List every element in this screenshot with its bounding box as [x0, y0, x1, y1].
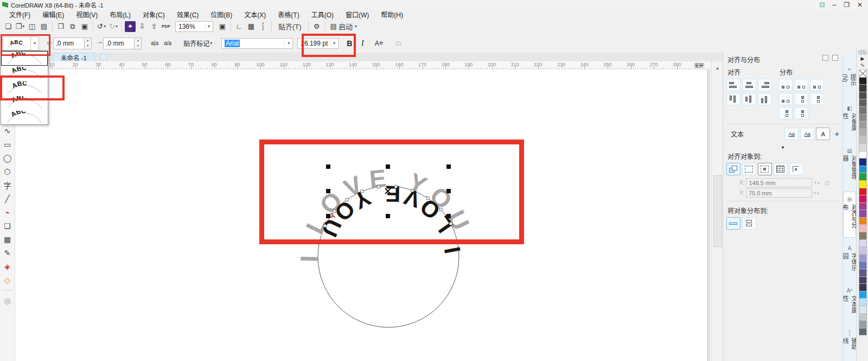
- color-swatch-21[interactable]: [859, 224, 867, 232]
- collapse-arrow[interactable]: ▲: [723, 144, 843, 149]
- rectangle-tool[interactable]: ▭: [2, 138, 14, 150]
- align-to-point-button[interactable]: [789, 163, 803, 175]
- font-size-combo[interactable]: 26.199 pt ▾: [297, 38, 339, 49]
- color-swatch-3[interactable]: [859, 92, 867, 100]
- color-swatch-18[interactable]: [859, 202, 867, 211]
- paste-button[interactable]: ▣: [79, 21, 90, 32]
- document-tab[interactable]: 未命名 -1: [53, 53, 95, 61]
- distribute-center-h-button[interactable]: [794, 79, 808, 91]
- menu-item-10[interactable]: 窗口(W): [340, 9, 375, 20]
- palette-eyedropper-icon[interactable]: ✎: [860, 62, 865, 70]
- mirror-horizontal-button[interactable]: a|a: [148, 37, 161, 50]
- color-swatch-20[interactable]: [859, 217, 867, 225]
- selection-handle[interactable]: [386, 164, 390, 169]
- interactive-openness-button[interactable]: ⬭: [392, 37, 405, 50]
- preset-item-1[interactable]: ABC: [1, 66, 48, 80]
- preset-item-2[interactable]: ABC: [1, 80, 48, 95]
- align-center-v-button[interactable]: [742, 93, 756, 105]
- open-button[interactable]: ❐▾: [15, 21, 25, 32]
- zoom-level-arrow[interactable]: ▾: [205, 24, 213, 29]
- color-swatch-8[interactable]: [859, 129, 867, 137]
- pdf-button[interactable]: PDF: [161, 21, 171, 32]
- restore-button[interactable]: ❐: [844, 1, 850, 9]
- distribute-bottom-button[interactable]: [794, 107, 808, 119]
- snap-marks-dropdown[interactable]: 贴齐标记▾: [180, 37, 216, 50]
- align-to-page-center-button[interactable]: [758, 163, 772, 175]
- add-alignment-point-button[interactable]: +: [834, 129, 839, 138]
- path-node[interactable]: [426, 197, 429, 200]
- text-on-path-preset-arrow[interactable]: ▾: [31, 36, 39, 50]
- menu-item-11[interactable]: 帮助(H): [375, 9, 409, 20]
- polygon-tool[interactable]: ⬡: [2, 166, 14, 178]
- cut-button[interactable]: ❒: [55, 21, 66, 32]
- selection-handle[interactable]: [446, 164, 451, 169]
- scroll-up-arrow[interactable]: ▲: [712, 61, 723, 71]
- export-button[interactable]: ⇧: [149, 21, 159, 32]
- transparency-tool[interactable]: ▦: [2, 233, 14, 245]
- palette-drag-handle[interactable]: [858, 50, 867, 55]
- color-swatch-14[interactable]: [859, 173, 867, 181]
- menu-item-3[interactable]: 布局(L): [104, 9, 137, 20]
- snap-dropdown[interactable]: 贴齐(T): [275, 21, 305, 32]
- import-button[interactable]: ⇩: [137, 21, 148, 32]
- outline-tool[interactable]: ◎: [2, 295, 14, 307]
- redo-button[interactable]: ↻▾: [108, 21, 119, 32]
- text-first-baseline-button[interactable]: Aa: [784, 128, 799, 140]
- undo-button[interactable]: ↺▾: [96, 21, 107, 32]
- color-swatch-24[interactable]: [859, 246, 867, 255]
- docker-close-button[interactable]: [832, 55, 838, 61]
- object-manager-tab[interactable]: ▤对象管理器: [844, 143, 856, 188]
- color-swatch-16[interactable]: [859, 188, 867, 196]
- show-guideline-button[interactable]: ┆: [258, 21, 269, 32]
- object-properties-tab[interactable]: ◧对象属性: [844, 101, 856, 140]
- align-to-grid-button[interactable]: [774, 163, 788, 175]
- menu-item-5[interactable]: 效果(C): [171, 9, 205, 20]
- preset-item-4[interactable]: ABC: [1, 110, 48, 124]
- text-last-baseline-button[interactable]: Aa: [800, 128, 814, 140]
- font-family-combo[interactable]: Arial ▾: [221, 38, 293, 49]
- new-tab-button[interactable]: [100, 54, 107, 60]
- align-left-button[interactable]: [726, 79, 741, 91]
- offset-x-field[interactable]: .0 mm: [53, 37, 85, 49]
- color-swatch-27[interactable]: [859, 269, 867, 277]
- align-to-active-objects-button[interactable]: [726, 163, 741, 175]
- horizontal-ruler[interactable]: 1020304050607080901001101201301401501601…: [52, 61, 711, 70]
- text-properties-tab[interactable]: Aº文本属性: [844, 283, 856, 322]
- color-swatch-17[interactable]: [859, 195, 867, 203]
- offset-y-field[interactable]: .0 mm: [103, 37, 135, 49]
- text-on-path-preset-preview[interactable]: ABC: [3, 36, 31, 50]
- align-to-page-edge-button[interactable]: [742, 163, 756, 175]
- align-distribute-tab[interactable]: ⊞对齐与分布: [843, 192, 856, 238]
- color-swatch-32[interactable]: [859, 306, 867, 314]
- align-top-button[interactable]: [726, 93, 741, 105]
- color-swatch-23[interactable]: [859, 239, 867, 248]
- close-button[interactable]: ✕: [857, 1, 863, 9]
- color-swatch-34[interactable]: [859, 320, 867, 328]
- selection-handle[interactable]: [386, 214, 390, 218]
- text-properties-button[interactable]: A⚙: [372, 37, 385, 50]
- menu-item-7[interactable]: 文本(X): [238, 9, 272, 20]
- color-swatch-15[interactable]: [859, 180, 867, 188]
- path-node[interactable]: [377, 186, 380, 188]
- path-node[interactable]: [361, 190, 363, 193]
- color-swatch-9[interactable]: [859, 136, 867, 144]
- selection-handle[interactable]: [326, 164, 330, 169]
- align-right-button[interactable]: [758, 79, 772, 91]
- color-swatch-29[interactable]: [859, 283, 867, 292]
- distribute-spacing-h-button[interactable]: [810, 79, 824, 91]
- no-color-swatch[interactable]: [859, 69, 867, 78]
- connector-tool[interactable]: ⌁: [2, 206, 14, 218]
- path-node[interactable]: [456, 240, 459, 243]
- show-grid-button[interactable]: ▦: [246, 21, 257, 32]
- color-swatch-22[interactable]: [859, 232, 867, 240]
- selection-handle[interactable]: [446, 189, 451, 193]
- show-ruler-button[interactable]: ∟: [234, 21, 245, 32]
- path-node[interactable]: [411, 189, 414, 192]
- interactive-fill-tool[interactable]: ◇: [2, 274, 14, 286]
- color-swatch-5[interactable]: [859, 106, 867, 115]
- distribute-top-button[interactable]: [794, 93, 808, 105]
- palette-arrow-icon[interactable]: ▶: [861, 56, 865, 62]
- menu-item-2[interactable]: 视图(V): [70, 9, 104, 20]
- align-bottom-button[interactable]: [758, 93, 772, 105]
- distribute-to-selection-button[interactable]: [726, 217, 741, 230]
